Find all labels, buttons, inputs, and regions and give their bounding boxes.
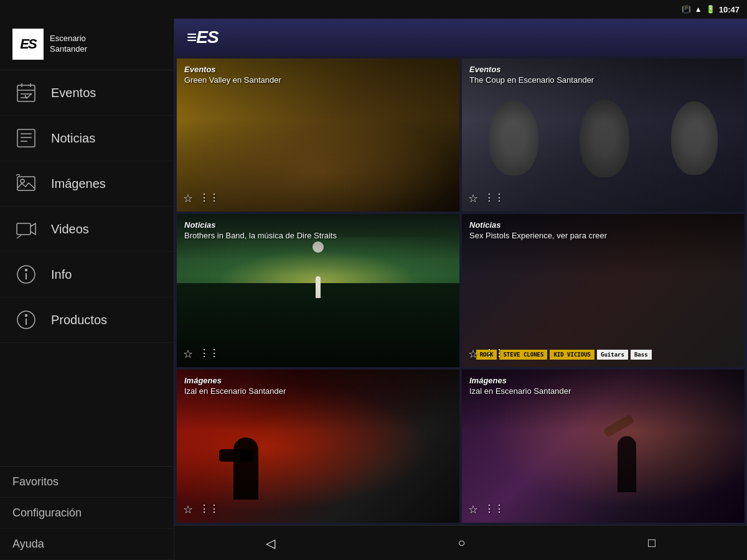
- card-6-actions: ☆ ⋮⋮: [468, 503, 504, 516]
- logo-line1: Escenario: [50, 34, 87, 44]
- productos-icon: [12, 306, 40, 334]
- card-2-category: Eventos: [469, 65, 737, 74]
- card-4-info: Noticias Sex Pistols Experience, ver par…: [469, 220, 737, 240]
- card-5-actions: ☆ ⋮⋮: [183, 503, 219, 516]
- sidebar-logo: ES Escenario Santander: [0, 19, 174, 70]
- svg-rect-12: [17, 223, 31, 235]
- sidebar-item-videos[interactable]: Videos: [0, 207, 174, 252]
- sidebar: ES Escenario Santander: [0, 19, 174, 560]
- card-4-category: Noticias: [469, 220, 737, 230]
- svg-point-19: [26, 315, 27, 317]
- sidebar-eventos-label: Eventos: [51, 86, 96, 100]
- svg-rect-10: [17, 177, 35, 190]
- card-5-category: Imágenes: [184, 376, 452, 385]
- card-1-actions: ☆ ⋮⋮: [183, 192, 219, 205]
- card-imagenes-izal-1[interactable]: Imágenes Izal en Escenario Santander ☆ ⋮…: [177, 370, 459, 523]
- sidebar-item-imagenes[interactable]: Imágenes: [0, 161, 174, 207]
- status-bar: 📳 ▲ 🔋 10:47: [0, 0, 747, 19]
- logo-line2: Santander: [50, 44, 87, 55]
- video-icon: [12, 215, 40, 243]
- recent-button[interactable]: □: [633, 531, 670, 555]
- card-3-actions: ☆ ⋮⋮: [183, 347, 219, 361]
- card-5-share[interactable]: ⋮⋮: [199, 503, 219, 516]
- card-2-actions: ☆ ⋮⋮: [468, 192, 504, 205]
- card-1-title: Green Valley en Santander: [184, 75, 452, 85]
- card-2-title: The Coup en Escenario Santander: [469, 75, 737, 85]
- back-button[interactable]: ◁: [251, 531, 290, 556]
- card-2-info: Eventos The Coup en Escenario Santander: [469, 65, 737, 85]
- image-icon: [12, 170, 40, 197]
- svg-line-13: [17, 235, 21, 238]
- sidebar-videos-label: Videos: [51, 222, 89, 236]
- card-1-share[interactable]: ⋮⋮: [199, 192, 219, 205]
- svg-rect-6: [17, 129, 35, 147]
- configuracion-label: Configuración: [12, 506, 82, 519]
- card-4-title: Sex Pistols Experience, ver para creer: [469, 231, 737, 240]
- wifi-icon: ▲: [695, 5, 702, 14]
- logo-letters: ES: [20, 36, 35, 52]
- battery-icon: 🔋: [706, 5, 715, 14]
- sidebar-item-productos[interactable]: Productos: [0, 297, 174, 343]
- card-3-info: Noticias Brothers in Band, la música de …: [184, 220, 452, 240]
- card-5-title: Izal en Escenario Santander: [184, 386, 452, 396]
- status-icons: 📳 ▲ 🔋 10:47: [682, 5, 740, 14]
- card-3-title: Brothers in Band, la música de Dire Stra…: [184, 231, 452, 240]
- card-3-category: Noticias: [184, 220, 452, 230]
- content-area: ≡ES Eventos Green Valley en Santander ☆ …: [174, 19, 747, 560]
- card-2-share[interactable]: ⋮⋮: [484, 192, 504, 205]
- info-icon: [12, 261, 40, 288]
- sidebar-noticias-label: Noticias: [51, 131, 95, 146]
- sidebar-nav: Eventos Noticias: [0, 70, 174, 466]
- status-time: 10:47: [719, 5, 740, 14]
- sidebar-info-label: Info: [51, 268, 72, 282]
- card-4-actions: ☆ ⋮⋮: [468, 347, 504, 361]
- card-1-star[interactable]: ☆: [183, 192, 193, 205]
- sidebar-bottom: Favoritos Configuración Ayuda: [0, 466, 174, 560]
- content-header: ≡ES: [174, 19, 747, 56]
- card-2-star[interactable]: ☆: [468, 192, 478, 205]
- card-6-title: Izal en Escenario Santander: [469, 386, 737, 396]
- svg-rect-0: [17, 85, 35, 101]
- card-4-share[interactable]: ⋮⋮: [484, 347, 504, 361]
- card-eventos-the-coup[interactable]: Eventos The Coup en Escenario Santander …: [462, 58, 745, 212]
- card-3-share[interactable]: ⋮⋮: [199, 347, 219, 361]
- logo-text: Escenario Santander: [50, 34, 87, 55]
- card-noticias-sexpistols[interactable]: ROOK STEVE CLONES KID VICIOUS Guitars Ba…: [462, 214, 745, 367]
- news-icon: [12, 124, 40, 152]
- sidebar-productos-label: Productos: [51, 313, 107, 327]
- favoritos-label: Favoritos: [12, 475, 59, 488]
- vibrate-icon: 📳: [682, 5, 691, 14]
- logo-box: ES: [12, 29, 44, 60]
- card-5-info: Imágenes Izal en Escenario Santander: [184, 376, 452, 396]
- cards-grid: Eventos Green Valley en Santander ☆ ⋮⋮: [174, 56, 747, 525]
- card-6-share[interactable]: ⋮⋮: [484, 503, 504, 516]
- card-5-star[interactable]: ☆: [183, 503, 193, 516]
- sidebar-item-noticias[interactable]: Noticias: [0, 116, 174, 161]
- card-1-category: Eventos: [184, 65, 452, 74]
- svg-point-16: [26, 269, 27, 271]
- main-layout: ES Escenario Santander: [0, 19, 747, 560]
- card-3-star[interactable]: ☆: [183, 347, 193, 361]
- sidebar-item-ayuda[interactable]: Ayuda: [0, 529, 174, 560]
- card-6-star[interactable]: ☆: [468, 503, 478, 516]
- card-eventos-green-valley[interactable]: Eventos Green Valley en Santander ☆ ⋮⋮: [177, 58, 459, 212]
- sidebar-item-info[interactable]: Info: [0, 252, 174, 297]
- card-6-category: Imágenes: [469, 376, 737, 385]
- sidebar-item-favoritos[interactable]: Favoritos: [0, 467, 174, 498]
- card-4-star[interactable]: ☆: [468, 347, 478, 361]
- bottom-nav-bar: ◁ ○ □: [174, 525, 747, 560]
- sidebar-item-eventos[interactable]: Eventos: [0, 70, 174, 116]
- card-6-info: Imágenes Izal en Escenario Santander: [469, 376, 737, 396]
- ayuda-label: Ayuda: [12, 538, 44, 550]
- sidebar-imagenes-label: Imágenes: [51, 177, 106, 191]
- card-1-info: Eventos Green Valley en Santander: [184, 65, 452, 85]
- content-logo: ≡ES: [187, 27, 218, 47]
- card-noticias-brothers[interactable]: Noticias Brothers in Band, la música de …: [177, 214, 459, 367]
- home-button[interactable]: ○: [443, 531, 480, 555]
- card-imagenes-izal-2[interactable]: Imágenes Izal en Escenario Santander ☆ ⋮…: [462, 370, 745, 523]
- calendar-icon: [12, 79, 40, 106]
- svg-point-11: [21, 179, 24, 183]
- sidebar-item-configuracion[interactable]: Configuración: [0, 498, 174, 529]
